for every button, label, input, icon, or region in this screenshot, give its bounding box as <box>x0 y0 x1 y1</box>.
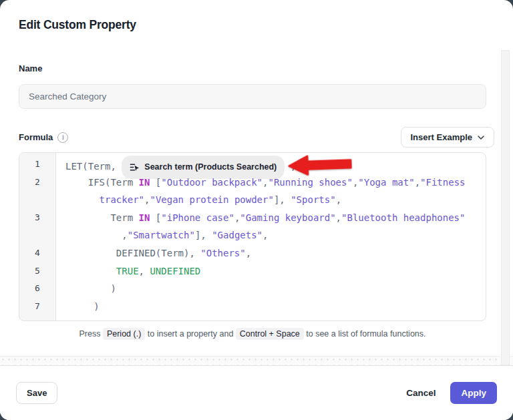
hint-press: Press <box>79 329 102 339</box>
line-number: 7 <box>19 298 55 316</box>
line-number: 6 <box>19 280 55 298</box>
code-segment: "Bluetooth headphones" <box>341 212 465 223</box>
chevron-down-icon <box>478 136 484 140</box>
field-cursor-icon <box>130 162 140 172</box>
edit-custom-property-dialog: Edit Custom Property Name Formula i Inse… <box>0 0 513 420</box>
hint-between: to insert a property and <box>145 329 236 339</box>
dialog-footer: Save Cancel Apply <box>0 365 513 420</box>
formula-label: Formula <box>19 132 53 142</box>
code-segment: DEFINED(Term), <box>65 248 200 258</box>
hint-after: to see a list of formula functions. <box>304 329 426 339</box>
code-segment: "Yoga mat" <box>358 177 414 188</box>
code-row: ) <box>65 298 486 316</box>
info-circle-icon[interactable]: i <box>57 132 68 143</box>
code-segment: , <box>415 177 420 188</box>
code-segment: tracker" <box>100 194 144 205</box>
formula-editor[interactable]: 1234567 LET(Term, Search term (Products … <box>19 152 486 321</box>
kbd-period: Period (.) <box>103 328 145 340</box>
code-row: ) <box>65 280 486 298</box>
code-row: DEFINED(Term), "Others", <box>65 244 486 262</box>
code-segment: "Outdoor backpack" <box>161 177 263 188</box>
line-number <box>19 191 55 209</box>
code-segment: "Gadgets" <box>212 230 263 240</box>
code-row: tracker","Vegan protein powder"], "Sport… <box>65 191 486 209</box>
code-segment: "Sports" <box>291 194 335 205</box>
code-segment: , <box>336 194 341 205</box>
formula-hint-text: Press Period (.) to insert a property an… <box>19 329 486 339</box>
name-label: Name <box>19 63 494 73</box>
code-segment: , <box>285 161 296 172</box>
code-segment: ) <box>65 283 116 294</box>
code-segment: "Vegan protein powder" <box>150 194 273 205</box>
apply-button[interactable]: Apply <box>450 382 497 404</box>
line-number: 2 <box>19 174 55 192</box>
code-segment: [ <box>150 212 161 223</box>
save-button[interactable]: Save <box>16 382 57 404</box>
kbd-control-space: Control + Space <box>236 328 304 340</box>
code-segment: "Smartwatch" <box>128 230 195 240</box>
line-number: 3 <box>19 209 55 227</box>
code-row: LET(Term, Search term (Products Searched… <box>65 156 486 174</box>
code-segment: , <box>263 230 268 240</box>
code-segment: , <box>246 248 251 258</box>
code-segment: "Fitness <box>420 177 465 188</box>
insert-example-label: Insert Example <box>411 132 473 142</box>
code-segment: "iPhone case" <box>161 212 234 223</box>
dotted-divider-strip <box>0 356 513 365</box>
line-number: 4 <box>19 244 55 262</box>
code-segment: IN <box>139 177 150 188</box>
code-segment: , <box>65 230 128 240</box>
formula-header-row: Formula i Insert Example <box>19 127 494 148</box>
code-segment: , <box>139 266 150 276</box>
code-row: ,"Smartwatch"], "Gadgets", <box>65 226 486 244</box>
code-row: Term IN ["iPhone case","Gaming keyboard"… <box>65 209 486 227</box>
scrollbar-track[interactable] <box>501 50 510 365</box>
code-segment: LET(Term, <box>65 161 122 172</box>
code-segment: ) <box>65 301 100 312</box>
insert-example-button[interactable]: Insert Example <box>401 127 495 148</box>
code-segment: [ <box>150 177 161 188</box>
code-segment: "Gaming keyboard" <box>240 212 335 223</box>
code-row: TRUE, UNDEFINED <box>65 262 486 280</box>
code-segment: "Others" <box>200 248 245 258</box>
code-segment: ], <box>195 230 212 240</box>
code-row: IFS(Term IN ["Outdoor backpack","Running… <box>65 174 486 192</box>
page-title: Edit Custom Property <box>19 18 494 32</box>
code-segment: TRUE <box>116 266 139 276</box>
line-number: 5 <box>19 262 55 280</box>
code-segment: IFS(Term <box>65 177 139 188</box>
code-segment <box>65 194 100 205</box>
code-segment: Term <box>65 212 139 223</box>
code-segment: ], <box>274 194 291 205</box>
code-segment: , <box>336 212 341 223</box>
code-segment: IN <box>139 212 150 223</box>
code-segment: "Running shoes" <box>268 177 352 188</box>
code-segment <box>65 266 116 276</box>
line-number-gutter: 1234567 <box>19 153 56 321</box>
formula-code: LET(Term, Search term (Products Searched… <box>56 153 486 321</box>
line-number: 1 <box>19 156 55 174</box>
line-number <box>19 226 55 244</box>
code-segment: UNDEFINED <box>150 266 200 276</box>
name-input[interactable] <box>19 84 486 109</box>
cancel-button[interactable]: Cancel <box>406 388 436 398</box>
